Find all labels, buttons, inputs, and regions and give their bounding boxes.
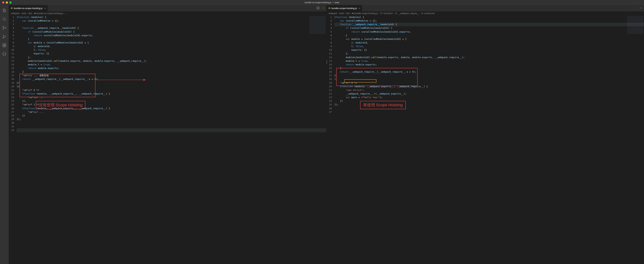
- traffic-lights: [0, 2, 12, 4]
- js-file-icon: JS: [352, 13, 354, 14]
- svg-rect-11: [3, 45, 4, 47]
- breadcrumb-item[interactable]: dist: [28, 12, 32, 15]
- symbol-icon: ⚙: [422, 12, 424, 15]
- svg-point-2: [3, 18, 6, 20]
- svg-point-17: [323, 8, 323, 8]
- window-title: bundle-no-scope-hoisting.js — www: [305, 1, 339, 4]
- close-icon[interactable]: ×: [359, 7, 360, 10]
- svg-rect-12: [4, 45, 6, 47]
- more-icon[interactable]: [322, 7, 324, 10]
- tabs-row-left: JS bundle-no-scope-hoisting.js ×: [9, 5, 326, 12]
- breadcrumbs-right[interactable]: webpack› test2› dist› JS bundle-scope-ho…: [326, 12, 644, 15]
- js-file-icon: JS: [10, 7, 13, 9]
- explorer-icon[interactable]: [0, 7, 9, 15]
- svg-rect-9: [3, 44, 4, 45]
- breadcrumb-item[interactable]: test2: [22, 12, 26, 15]
- breadcrumb-item[interactable]: test2: [339, 12, 344, 15]
- activity-bar: [0, 5, 9, 264]
- breadcrumb-item[interactable]: bundle-no-scope-hoisting.js: [37, 12, 63, 15]
- svg-point-21: [640, 8, 640, 8]
- breadcrumb-item[interactable]: constructor: [424, 12, 435, 15]
- breadcrumb-item[interactable]: ...: [66, 12, 67, 15]
- svg-rect-1: [4, 10, 6, 12]
- svg-point-18: [324, 8, 324, 8]
- close-window-button[interactable]: [2, 2, 4, 4]
- tab-bundle-scope[interactable]: JS bundle-scope-hoisting.js ×: [326, 5, 362, 12]
- titlebar: bundle-no-scope-hoisting.js — www: [0, 0, 644, 5]
- svg-rect-0: [3, 9, 5, 12]
- more-icon[interactable]: [639, 7, 642, 10]
- split-editor-icon[interactable]: [316, 7, 320, 10]
- scroll-indicator: [326, 60, 327, 64]
- js-file-icon: JS: [34, 13, 36, 14]
- breadcrumbs-left[interactable]: webpack› test2› dist› JS bundle-no-scope…: [9, 12, 326, 15]
- editor-groups: JS bundle-no-scope-hoisting.js × webpack…: [9, 5, 644, 264]
- tab-actions-left: [315, 5, 326, 12]
- breadcrumb-item[interactable]: webpack: [329, 12, 337, 15]
- code-area-right[interactable]: (function (modules) { var installedModul…: [334, 15, 644, 264]
- close-icon[interactable]: ×: [44, 7, 46, 10]
- tabs-row-right: JS bundle-scope-hoisting.js ×: [326, 5, 644, 12]
- debug-icon[interactable]: [0, 33, 9, 41]
- tab-bundle-no-scope[interactable]: JS bundle-no-scope-hoisting.js ×: [9, 5, 48, 12]
- symbol-icon: ⚙: [395, 12, 397, 15]
- symbol-icon: ⦿: [380, 12, 382, 15]
- svg-point-22: [640, 8, 641, 8]
- line-number-gutter: 1234567891011121314151617181920212223242…: [326, 15, 334, 264]
- minimize-window-button[interactable]: [6, 2, 8, 4]
- zoom-window-button[interactable]: [10, 2, 12, 4]
- tab-label: bundle-scope-hoisting.js: [332, 7, 357, 10]
- breadcrumb-item[interactable]: webpack: [11, 12, 19, 15]
- breadcrumb-item[interactable]: bundle-scope-hoisting.js: [354, 12, 378, 15]
- js-file-icon: JS: [328, 7, 330, 9]
- svg-point-16: [322, 8, 322, 8]
- breadcrumb-item[interactable]: __webpack_require__: [398, 12, 419, 15]
- breadcrumb-item[interactable]: dist: [346, 12, 350, 15]
- editor-group-right: JS bundle-scope-hoisting.js × webpack› t…: [326, 5, 644, 264]
- svg-rect-10: [4, 44, 6, 45]
- svg-point-6: [5, 27, 6, 28]
- tab-label: bundle-no-scope-hoisting.js: [14, 7, 42, 10]
- breadcrumb-item[interactable]: <function>: [383, 12, 393, 15]
- source-control-icon[interactable]: [0, 24, 9, 32]
- extensions-icon[interactable]: [0, 41, 9, 49]
- svg-point-23: [642, 8, 642, 8]
- code-area-left[interactable]: (function (modules) { var installedModul…: [17, 15, 326, 264]
- workbench: JS bundle-no-scope-hoisting.js × webpack…: [0, 5, 644, 264]
- svg-line-3: [5, 20, 6, 21]
- search-icon[interactable]: [0, 15, 9, 23]
- editor-group-left: JS bundle-no-scope-hoisting.js × webpack…: [9, 5, 326, 264]
- editor-body-left[interactable]: 1234567891011121314151617181920212223242…: [9, 15, 326, 264]
- svg-point-4: [3, 26, 4, 27]
- svg-point-5: [3, 28, 4, 30]
- editor-body-right[interactable]: 1234567891011121314151617181920212223242…: [326, 15, 644, 264]
- line-number-gutter: 1234567891011121314151617181920212223242…: [9, 15, 17, 264]
- live-share-icon[interactable]: [0, 50, 9, 58]
- tab-actions-right: [638, 5, 644, 12]
